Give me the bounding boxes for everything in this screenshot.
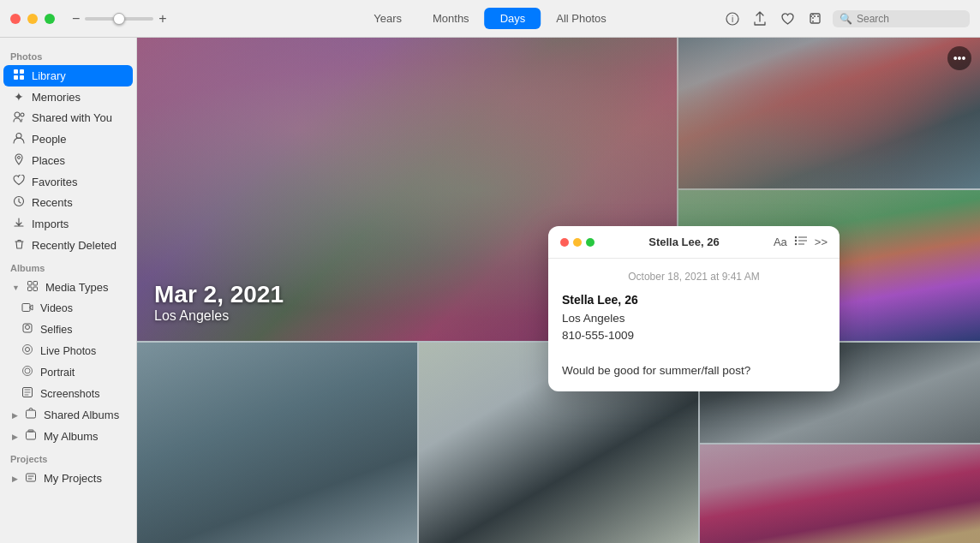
- crop-icon[interactable]: [805, 9, 824, 28]
- sidebar-item-library[interactable]: Library: [3, 65, 133, 87]
- sidebar-item-imports[interactable]: Imports: [3, 213, 133, 235]
- my-projects-label: My Projects: [44, 472, 102, 485]
- tab-days[interactable]: Days: [485, 8, 541, 29]
- shared-albums-icon: [24, 408, 38, 422]
- sidebar-item-shared-albums[interactable]: ▶ Shared Albums: [3, 404, 133, 426]
- share-icon[interactable]: [750, 9, 769, 28]
- note-content: Los Angeles 810-555-1009 Would be good f…: [562, 310, 826, 379]
- portrait-label: Portrait: [40, 367, 75, 379]
- library-label: Library: [32, 69, 66, 82]
- side-photo-top[interactable]: •••: [678, 38, 980, 188]
- places-icon: [12, 153, 26, 168]
- svg-point-22: [25, 368, 30, 373]
- photo-date-overlay: Mar 2, 2021 Los Angeles: [154, 281, 284, 324]
- photos-section-label: Photos: [0, 45, 136, 65]
- zoom-slider[interactable]: [85, 17, 153, 21]
- sidebar-item-videos[interactable]: Videos: [12, 298, 133, 319]
- tab-all-photos[interactable]: All Photos: [541, 8, 622, 29]
- svg-rect-27: [27, 474, 36, 481]
- window-controls: [10, 14, 55, 24]
- note-list-icon[interactable]: [794, 235, 808, 249]
- sidebar-item-people[interactable]: People: [3, 128, 133, 150]
- search-box[interactable]: 🔍: [833, 10, 970, 27]
- more-options-button[interactable]: •••: [947, 46, 971, 70]
- info-icon[interactable]: i: [723, 9, 742, 28]
- videos-icon: [21, 301, 34, 315]
- sidebar-item-my-projects[interactable]: ▶ My Projects: [3, 468, 133, 489]
- note-font-icon[interactable]: Aa: [774, 236, 787, 248]
- sidebar-item-recently-deleted[interactable]: Recently Deleted: [3, 235, 133, 256]
- people-label: People: [32, 133, 66, 146]
- recently-deleted-icon: [12, 238, 26, 253]
- library-icon: [12, 69, 26, 83]
- shared-albums-label: Shared Albums: [44, 409, 119, 421]
- svg-point-8: [21, 113, 24, 116]
- sidebar-item-media-types[interactable]: ▼ Media Types: [3, 277, 133, 298]
- sidebar-item-places[interactable]: Places: [3, 150, 133, 171]
- sidebar-item-favorites[interactable]: Favorites: [3, 171, 133, 192]
- search-input[interactable]: [857, 13, 963, 25]
- svg-rect-3: [14, 69, 18, 74]
- bottom-photo-left[interactable]: [137, 343, 417, 543]
- zoom-thumb: [113, 13, 125, 25]
- svg-rect-16: [22, 304, 30, 312]
- close-button[interactable]: [10, 14, 21, 24]
- my-projects-icon: [24, 471, 38, 486]
- heart-icon[interactable]: [778, 9, 797, 28]
- my-albums-icon: [24, 429, 38, 444]
- imports-label: Imports: [32, 218, 69, 230]
- svg-point-10: [18, 157, 21, 159]
- media-types-label: Media Types: [45, 281, 108, 294]
- main-content: Photos Library ✦ Memories Shared with Yo…: [0, 38, 980, 543]
- photo-date: Mar 2, 2021: [154, 281, 284, 308]
- live-photos-icon: [21, 343, 34, 358]
- selfies-label: Selfies: [40, 324, 73, 336]
- note-line-1: Los Angeles: [562, 312, 625, 325]
- photo-location: Los Angeles: [154, 308, 284, 324]
- svg-point-21: [23, 367, 33, 376]
- tab-years[interactable]: Years: [358, 8, 417, 29]
- svg-point-28: [795, 236, 797, 238]
- nav-tabs: Years Months Days All Photos: [358, 8, 622, 29]
- tab-months[interactable]: Months: [417, 8, 485, 29]
- portrait-icon: [21, 365, 34, 379]
- sidebar-item-portrait[interactable]: Portrait: [12, 361, 133, 383]
- note-maximize-button[interactable]: [586, 238, 595, 247]
- svg-rect-25: [27, 432, 36, 439]
- note-popup: Stella Lee, 26 Aa >>: [548, 226, 840, 391]
- note-title: Stella Lee, 26: [601, 236, 767, 248]
- minimize-button[interactable]: [27, 14, 38, 24]
- memories-icon: ✦: [12, 90, 26, 104]
- sidebar-item-live-photos[interactable]: Live Photos: [12, 340, 133, 361]
- media-types-icon: [26, 280, 39, 295]
- svg-rect-13: [33, 282, 38, 286]
- svg-point-20: [23, 345, 33, 355]
- sidebar-item-recents[interactable]: Recents: [3, 192, 133, 213]
- note-line-2: 810-555-1009: [562, 329, 634, 342]
- svg-point-19: [26, 348, 30, 352]
- sidebar-item-screenshots[interactable]: Screenshots: [12, 383, 133, 404]
- sidebar-item-my-albums[interactable]: ▶ My Albums: [3, 426, 133, 447]
- toolbar-right: i 🔍: [723, 9, 970, 28]
- shared-with-you-label: Shared with You: [32, 111, 112, 124]
- sidebar-item-memories[interactable]: ✦ Memories: [3, 87, 133, 107]
- note-expand-icon[interactable]: >>: [815, 236, 828, 248]
- memories-label: Memories: [32, 91, 81, 104]
- svg-text:i: i: [732, 15, 733, 24]
- sidebar-item-selfies[interactable]: Selfies: [12, 319, 133, 340]
- svg-rect-26: [28, 430, 33, 432]
- svg-point-7: [15, 112, 20, 117]
- bottom-photo-right-bottom[interactable]: [700, 445, 980, 543]
- live-photos-label: Live Photos: [40, 345, 96, 357]
- zoom-plus-button[interactable]: +: [158, 11, 166, 27]
- search-icon: 🔍: [840, 13, 852, 25]
- sidebar: Photos Library ✦ Memories Shared with Yo…: [0, 38, 137, 543]
- recents-label: Recents: [32, 196, 73, 209]
- zoom-control: − +: [72, 11, 167, 27]
- maximize-button[interactable]: [45, 14, 55, 24]
- zoom-minus-button[interactable]: −: [72, 11, 80, 27]
- note-minimize-button[interactable]: [573, 238, 582, 247]
- note-titlebar: Stella Lee, 26 Aa >>: [548, 226, 840, 259]
- note-close-button[interactable]: [560, 238, 569, 247]
- sidebar-item-shared-with-you[interactable]: Shared with You: [3, 107, 133, 128]
